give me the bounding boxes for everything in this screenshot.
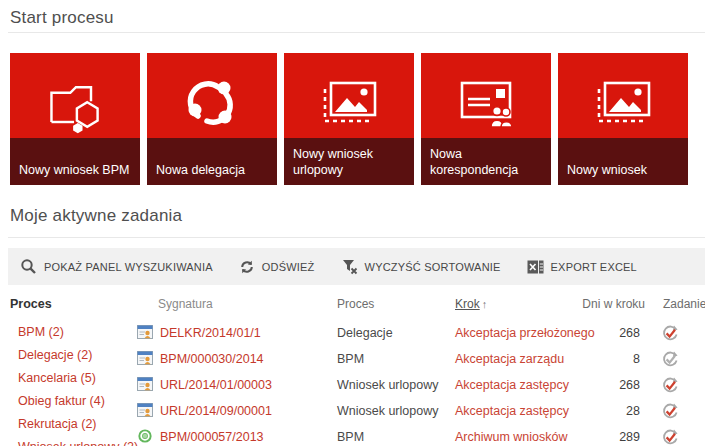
- start-section-title: Start procesu: [10, 8, 114, 28]
- start-process-page: Start procesu Nowy wniosek BPM Nowa de: [0, 0, 705, 446]
- task-check-icon[interactable]: [661, 376, 679, 394]
- tile-nowa-delegacja[interactable]: Nowa delegacja: [147, 53, 277, 185]
- tile-nowa-korespondencja[interactable]: Nowa korespondencja: [421, 53, 551, 185]
- search-icon: [20, 258, 37, 275]
- clear-sorting-label: WYCZYŚĆ SORTOWANIE: [365, 261, 501, 273]
- column-header-zadanie[interactable]: Zadanie: [663, 297, 705, 311]
- tile-label: Nowy wniosek: [567, 162, 682, 178]
- clear-sorting-button[interactable]: WYCZYŚĆ SORTOWANIE: [341, 258, 501, 275]
- refresh-button[interactable]: ODŚWIEŻ: [239, 259, 315, 275]
- dni-w-kroku-cell: 8: [565, 346, 640, 372]
- column-header-dni-w-kroku[interactable]: Dni w kroku: [565, 297, 645, 311]
- proces-cell: Wniosek urlopowy: [337, 372, 438, 398]
- column-header-proces[interactable]: Proces: [337, 297, 374, 311]
- export-excel-label: EXPORT EXCEL: [551, 261, 637, 273]
- table-row: DELKR/2014/01/1 Delegacje Akceptacja prz…: [0, 320, 705, 346]
- form-icon: [137, 350, 153, 366]
- proces-cell: BPM: [337, 424, 364, 446]
- refresh-icon: [239, 259, 255, 275]
- table-row: BPM/000030/2014 BPM Akceptacja zarządu 8: [0, 346, 705, 372]
- tile-label: Nowa korespondencja: [430, 146, 545, 179]
- table-row: BPM/000057/2013 BPM Archiwum wniosków 28…: [0, 424, 705, 446]
- green-status-icon: [137, 428, 153, 444]
- form-icon: [137, 376, 153, 392]
- refresh-label: ODŚWIEŻ: [262, 261, 315, 273]
- show-search-panel-label: POKAŻ PANEL WYSZUKIWANIA: [44, 261, 213, 273]
- section-divider: [8, 237, 705, 238]
- tile-nowy-wniosek-urlopowy[interactable]: Nowy wniosek urlopowy: [284, 53, 414, 185]
- krok-link[interactable]: Akceptacja zastępcy: [455, 398, 569, 424]
- table-row: URL/2014/01/00003 Wniosek urlopowy Akcep…: [0, 372, 705, 398]
- column-header-krok-label: Krok: [455, 297, 480, 311]
- tile-nowy-wniosek-bpm[interactable]: Nowy wniosek BPM: [10, 53, 140, 185]
- sygnatura-link[interactable]: URL/2014/09/00001: [160, 398, 272, 424]
- sygnatura-link[interactable]: BPM/000057/2013: [160, 424, 264, 446]
- column-header-krok[interactable]: Krok↑: [455, 297, 487, 311]
- tasks-section-title: Moje aktywne zadania: [10, 206, 182, 226]
- tile-label: Nowy wniosek urlopowy: [293, 146, 408, 179]
- sygnatura-link[interactable]: DELKR/2014/01/1: [160, 320, 261, 346]
- clear-sort-icon: [341, 258, 358, 275]
- dni-w-kroku-cell: 28: [565, 398, 640, 424]
- sygnatura-link[interactable]: BPM/000030/2014: [160, 346, 264, 372]
- task-check-icon[interactable]: [661, 324, 679, 342]
- proces-cell: Delegacje: [337, 320, 393, 346]
- form-icon: [137, 402, 153, 418]
- sort-asc-icon: ↑: [482, 298, 488, 310]
- form-icon: [137, 324, 153, 340]
- section-divider: [8, 32, 705, 33]
- column-header-sygnatura[interactable]: Sygnatura: [158, 297, 213, 311]
- filters-header: Proces: [10, 297, 52, 311]
- sygnatura-link[interactable]: URL/2014/01/00003: [160, 372, 272, 398]
- folder-box-icon: [43, 77, 107, 135]
- dni-w-kroku-cell: 268: [565, 372, 640, 398]
- task-check-icon[interactable]: [661, 402, 679, 420]
- tile-nowy-wniosek[interactable]: Nowy wniosek: [558, 53, 688, 185]
- excel-icon: [527, 259, 544, 275]
- tile-label: Nowa delegacja: [156, 162, 271, 178]
- picture-icon: [591, 77, 655, 129]
- dni-w-kroku-cell: 268: [565, 320, 640, 346]
- process-tiles: Nowy wniosek BPM Nowa delegacja No: [10, 53, 688, 185]
- tile-label: Nowy wniosek BPM: [19, 162, 134, 178]
- picture-icon: [317, 77, 381, 129]
- tasks-table: DELKR/2014/01/1 Delegacje Akceptacja prz…: [0, 320, 705, 446]
- task-check-icon[interactable]: [661, 428, 679, 446]
- krok-link[interactable]: Archiwum wniosków: [455, 424, 568, 446]
- proces-cell: Wniosek urlopowy: [337, 398, 438, 424]
- export-excel-button[interactable]: EXPORT EXCEL: [527, 259, 637, 275]
- table-row: URL/2014/09/00001 Wniosek urlopowy Akcep…: [0, 398, 705, 424]
- proces-cell: BPM: [337, 346, 364, 372]
- correspondence-icon: [454, 77, 518, 133]
- krok-link[interactable]: Akceptacja zastępcy: [455, 372, 569, 398]
- dni-w-kroku-cell: 289: [565, 424, 640, 446]
- task-check-icon[interactable]: [661, 350, 679, 368]
- krok-link[interactable]: Akceptacja zarządu: [455, 346, 564, 372]
- show-search-panel-button[interactable]: POKAŻ PANEL WYSZUKIWANIA: [20, 258, 213, 275]
- share-icon: [181, 77, 243, 133]
- tasks-toolbar: POKAŻ PANEL WYSZUKIWANIA ODŚWIEŻ WYCZYŚĆ…: [8, 248, 705, 285]
